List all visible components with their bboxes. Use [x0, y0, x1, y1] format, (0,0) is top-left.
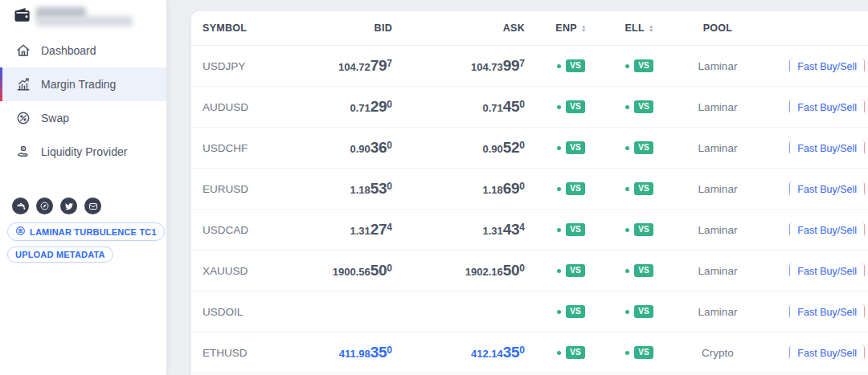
sort-icon[interactable]: ▲▼: [649, 24, 654, 32]
brand-subtext-redacted: [36, 16, 133, 26]
fast-buy-sell-label: Fast Buy/Sell: [790, 140, 864, 157]
bid-cell: 0.90360: [304, 139, 392, 157]
sidebar-item-swap[interactable]: Swap: [0, 101, 166, 135]
enp-vs-badge[interactable]: VS: [566, 223, 584, 236]
symbol-cell: USDCHF: [191, 142, 304, 154]
symbol-cell: USDCAD: [191, 224, 304, 236]
sort-icon[interactable]: ▲▼: [581, 24, 587, 32]
faucet-icon[interactable]: [12, 198, 29, 214]
symbol-cell: USDOIL: [191, 306, 304, 318]
ell-vs-badge[interactable]: VS: [634, 305, 653, 318]
upload-metadata-label: UPLOAD METADATA: [15, 250, 105, 259]
table-row: USDCAD 1.31274 1.31434 VS VS Laminar Fas…: [191, 210, 868, 251]
status-dot: [625, 269, 629, 273]
fast-buy-sell-button[interactable]: Fast Buy/Sell: [789, 140, 865, 156]
fast-buy-sell-button[interactable]: Fast Buy/Sell: [789, 344, 865, 361]
fast-buy-sell-button[interactable]: Fast Buy/Sell: [789, 263, 865, 279]
status-dot: [625, 146, 629, 150]
ask-cell: 104.73997: [392, 57, 525, 75]
enp-vs-badge[interactable]: VS: [566, 141, 584, 154]
fast-buy-sell-label: Fast Buy/Sell: [790, 344, 864, 362]
action-cell: Fast Buy/Sell: [774, 304, 868, 320]
ell-cell: VS: [617, 264, 661, 277]
status-dot: [625, 310, 629, 314]
network-badge-button[interactable]: LAMINAR TURBULENCE TC1: [7, 222, 165, 241]
ell-vs-badge[interactable]: VS: [634, 100, 653, 113]
sidebar-item-label: Swap: [41, 112, 69, 124]
ell-vs-badge[interactable]: VS: [634, 264, 653, 277]
enp-cell: VS: [525, 223, 617, 236]
ask-cell: 1.31434: [392, 221, 525, 238]
enp-cell: VS: [525, 264, 617, 277]
fast-buy-sell-button[interactable]: Fast Buy/Sell: [789, 58, 865, 74]
fast-buy-sell-button[interactable]: Fast Buy/Sell: [789, 181, 865, 197]
ell-cell: VS: [617, 305, 661, 318]
symbol-cell: EURUSD: [191, 183, 304, 195]
pool-cell: Laminar: [661, 101, 774, 113]
status-dot: [557, 64, 561, 68]
email-icon[interactable]: [84, 198, 101, 214]
bid-price: 104.72797: [338, 61, 392, 73]
ell-cell: VS: [617, 141, 661, 154]
ell-cell: VS: [617, 223, 661, 236]
sidebar-nav: Dashboard Margin Trading Swap Liquidity …: [0, 34, 166, 169]
fast-buy-sell-label: Fast Buy/Sell: [790, 222, 864, 239]
column-header-ask: ASK: [392, 22, 525, 34]
column-header-symbol: SYMBOL: [191, 22, 304, 34]
enp-vs-badge[interactable]: VS: [566, 264, 584, 277]
fast-buy-sell-button[interactable]: Fast Buy/Sell: [789, 99, 865, 115]
ell-vs-badge[interactable]: VS: [634, 59, 653, 72]
column-header-bid: BID: [304, 22, 392, 34]
ell-vs-badge[interactable]: VS: [634, 182, 653, 195]
symbol-cell: XAUUSD: [191, 265, 304, 277]
fast-buy-sell-button[interactable]: Fast Buy/Sell: [789, 222, 865, 238]
upload-metadata-button[interactable]: UPLOAD METADATA: [7, 247, 113, 263]
table-row: EURUSD 1.18530 1.18690 VS VS Laminar Fas…: [191, 169, 868, 210]
enp-vs-badge[interactable]: VS: [566, 346, 584, 359]
fast-buy-sell-label: Fast Buy/Sell: [790, 304, 864, 321]
action-cell: Fast Buy/Sell: [774, 222, 868, 238]
symbol-cell: USDJPY: [191, 60, 304, 72]
ell-cell: VS: [617, 59, 661, 72]
compass-icon[interactable]: [36, 198, 53, 214]
pool-cell: Laminar: [661, 60, 774, 72]
fast-buy-sell-label: Fast Buy/Sell: [790, 99, 864, 116]
twitter-icon[interactable]: [60, 198, 77, 214]
bid-cell: 104.72797: [304, 57, 392, 75]
ask-cell: 0.71450: [392, 98, 525, 116]
enp-cell: VS: [525, 59, 617, 72]
bid-price: 411.98350: [339, 348, 392, 360]
social-links: [12, 198, 101, 214]
ask-price: 1.31434: [482, 225, 525, 237]
fast-buy-sell-button[interactable]: Fast Buy/Sell: [789, 304, 865, 320]
column-header-enp-label: ENP: [555, 22, 577, 34]
enp-vs-badge[interactable]: VS: [566, 182, 584, 195]
enp-cell: VS: [525, 141, 617, 154]
ell-cell: VS: [617, 182, 661, 195]
column-header-enp[interactable]: ENP ▲▼: [525, 22, 617, 34]
enp-vs-badge[interactable]: VS: [566, 100, 584, 113]
ask-price: 104.73997: [471, 61, 525, 73]
action-cell: Fast Buy/Sell: [774, 344, 868, 361]
enp-cell: VS: [525, 100, 617, 113]
enp-vs-badge[interactable]: VS: [566, 305, 584, 318]
status-dot: [557, 187, 561, 191]
pool-cell: Laminar: [661, 306, 774, 318]
ask-cell: 1.18690: [392, 180, 525, 198]
ask-price: 0.71450: [482, 102, 525, 114]
ell-vs-badge[interactable]: VS: [634, 141, 653, 154]
ask-price: 412.14350: [471, 348, 525, 360]
sidebar-item-label: Margin Trading: [41, 78, 116, 91]
sidebar-item-margin-trading[interactable]: Margin Trading: [0, 67, 166, 101]
table-row: AUDUSD 0.71290 0.71450 VS VS Laminar Fas…: [191, 87, 868, 128]
ell-vs-badge[interactable]: VS: [634, 346, 653, 359]
symbol-cell: AUDUSD: [191, 101, 304, 113]
sidebar-item-dashboard[interactable]: Dashboard: [0, 34, 166, 67]
fast-buy-sell-label: Fast Buy/Sell: [790, 58, 864, 75]
ell-vs-badge[interactable]: VS: [634, 223, 653, 236]
enp-cell: VS: [525, 305, 617, 318]
column-header-ell[interactable]: ELL ▲▼: [617, 22, 661, 34]
action-cell: Fast Buy/Sell: [774, 140, 868, 156]
enp-vs-badge[interactable]: VS: [566, 59, 584, 72]
sidebar-item-liquidity-provider[interactable]: Liquidity Provider: [0, 135, 166, 169]
